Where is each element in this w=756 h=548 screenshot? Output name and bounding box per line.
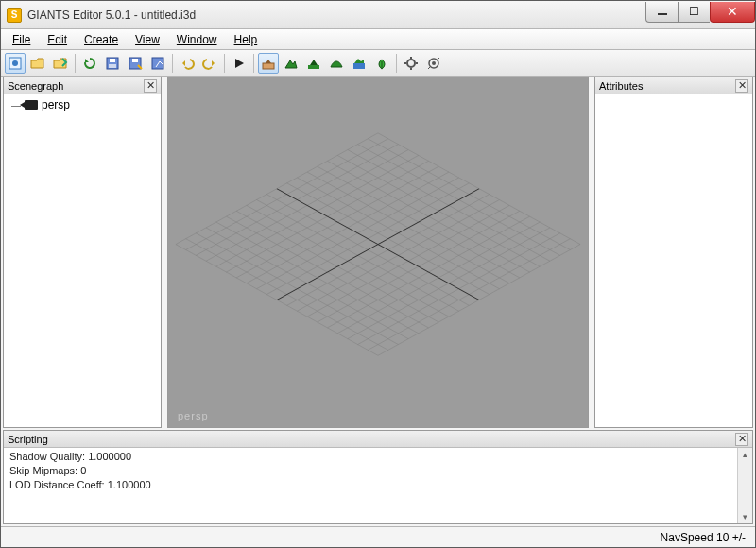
toolbar-separator bbox=[75, 54, 76, 73]
attributes-close-icon[interactable]: ✕ bbox=[735, 79, 748, 93]
redo-button[interactable] bbox=[199, 53, 220, 74]
scenegraph-panel: Scenegraph ✕ — persp bbox=[3, 77, 162, 428]
window-title: GIANTS Editor 5.0.1 - untitled.i3d bbox=[27, 9, 645, 22]
log-line: Skip Mipmaps: 0 bbox=[9, 464, 731, 478]
toolbar-separator bbox=[253, 54, 254, 73]
scenegraph-item-label: persp bbox=[42, 98, 70, 111]
title-bar[interactable]: S GIANTS Editor 5.0.1 - untitled.i3d ☐ ✕ bbox=[1, 1, 755, 29]
svg-rect-9 bbox=[308, 65, 319, 69]
toolbar bbox=[1, 50, 755, 77]
menu-bar: File Edit Create View Window Help bbox=[1, 29, 755, 50]
open-recent-button[interactable] bbox=[50, 53, 71, 74]
app-window: S GIANTS Editor 5.0.1 - untitled.i3d ☐ ✕… bbox=[0, 0, 756, 548]
scripting-close-icon[interactable]: ✕ bbox=[735, 433, 748, 446]
export-button[interactable] bbox=[147, 53, 168, 74]
viewport-panel: persp bbox=[167, 77, 589, 428]
menu-edit[interactable]: Edit bbox=[40, 31, 75, 48]
terrain-select-button[interactable] bbox=[258, 53, 279, 74]
toolbar-separator bbox=[224, 54, 225, 73]
svg-rect-8 bbox=[263, 63, 274, 69]
terrain-paint-texture-button[interactable] bbox=[349, 53, 369, 74]
scroll-up-icon[interactable]: ▴ bbox=[743, 448, 747, 461]
open-button[interactable] bbox=[27, 53, 48, 74]
camera-icon bbox=[25, 100, 38, 110]
svg-rect-4 bbox=[109, 64, 116, 68]
terrain-paint-button[interactable] bbox=[303, 53, 324, 74]
maximize-button[interactable]: ☐ bbox=[678, 2, 710, 23]
terrain-raise-button[interactable] bbox=[281, 53, 301, 74]
reload-button[interactable] bbox=[79, 53, 100, 74]
log-line: Shadow Quality: 1.000000 bbox=[9, 450, 731, 464]
viewport-camera-label: persp bbox=[178, 410, 209, 421]
svg-point-1 bbox=[12, 60, 18, 66]
settings-button[interactable] bbox=[401, 53, 421, 74]
scenegraph-title: Scenegraph bbox=[8, 80, 63, 92]
new-button[interactable] bbox=[5, 53, 26, 74]
terrain-smooth-button[interactable] bbox=[326, 53, 347, 74]
svg-rect-6 bbox=[132, 59, 138, 62]
menu-create[interactable]: Create bbox=[77, 31, 126, 48]
render-settings-button[interactable] bbox=[423, 53, 444, 74]
play-button[interactable] bbox=[229, 53, 249, 74]
client-area: Scenegraph ✕ — persp bbox=[1, 77, 755, 526]
close-button[interactable]: ✕ bbox=[710, 2, 755, 23]
svg-point-17 bbox=[432, 61, 436, 65]
viewport[interactable]: persp bbox=[168, 77, 588, 427]
app-icon: S bbox=[7, 8, 22, 23]
attributes-body bbox=[595, 94, 752, 427]
scripting-log[interactable]: Shadow Quality: 1.000000 Skip Mipmaps: 0… bbox=[4, 448, 737, 523]
menu-window[interactable]: Window bbox=[169, 31, 225, 48]
status-bar: NavSpeed 10 +/- bbox=[1, 526, 755, 547]
attributes-panel: Attributes ✕ bbox=[594, 77, 753, 428]
svg-point-11 bbox=[407, 60, 415, 67]
toolbar-separator bbox=[396, 54, 397, 73]
scenegraph-close-icon[interactable]: ✕ bbox=[144, 79, 157, 93]
menu-view[interactable]: View bbox=[128, 31, 167, 48]
scroll-down-icon[interactable]: ▾ bbox=[743, 510, 747, 523]
foliage-paint-button[interactable] bbox=[371, 53, 392, 74]
log-line: LOD Distance Coeff: 1.100000 bbox=[9, 478, 731, 492]
save-button[interactable] bbox=[102, 53, 123, 74]
attributes-title: Attributes bbox=[599, 80, 643, 92]
scripting-panel: Scripting ✕ Shadow Quality: 1.000000 Ski… bbox=[3, 430, 753, 524]
menu-help[interactable]: Help bbox=[227, 31, 266, 48]
save-as-button[interactable] bbox=[125, 53, 146, 74]
status-navspeed: NavSpeed 10 +/- bbox=[661, 531, 746, 544]
svg-rect-3 bbox=[110, 59, 115, 62]
scripting-scrollbar[interactable]: ▴ ▾ bbox=[737, 448, 752, 523]
svg-rect-10 bbox=[353, 63, 365, 69]
toolbar-separator bbox=[172, 54, 173, 73]
scenegraph-item-persp[interactable]: — persp bbox=[4, 94, 161, 115]
undo-button[interactable] bbox=[177, 53, 198, 74]
scripting-title: Scripting bbox=[8, 434, 48, 445]
minimize-button[interactable] bbox=[645, 2, 678, 23]
menu-file[interactable]: File bbox=[5, 31, 38, 48]
